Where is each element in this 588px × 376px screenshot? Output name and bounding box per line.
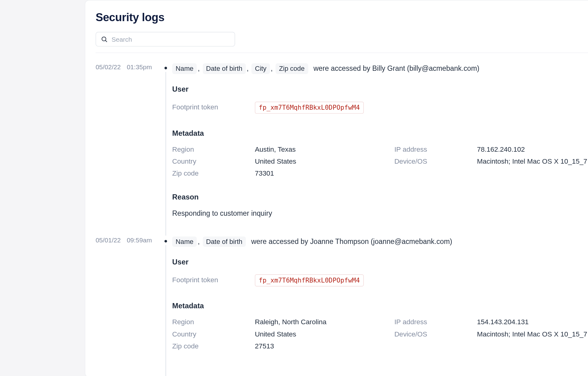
metadata-heading: Metadata xyxy=(172,129,588,138)
log-time: 01:35pm xyxy=(127,63,152,71)
field-chip: Zip code xyxy=(276,63,308,74)
chip-separator: , xyxy=(197,64,201,72)
log-headline: Name, Date of birth, City, Zip code were… xyxy=(172,63,588,74)
timeline-rail xyxy=(161,63,172,217)
field-chip: Date of birth xyxy=(202,236,246,247)
log-date: 05/01/22 xyxy=(96,236,121,244)
toolbar-divider xyxy=(96,52,588,53)
field-chip: Name xyxy=(172,236,197,247)
log-entry: 05/02/22 01:35pm Name, Date of birth, Ci… xyxy=(96,63,588,217)
footprint-token-value[interactable]: fp_xm7T6MqhfRBkxL0DPOpfwM4 xyxy=(255,101,364,113)
country-value: United States xyxy=(255,330,394,338)
chip-separator: , xyxy=(270,64,273,72)
app-frame: Security logs Filters 05/02/22 01:35pm xyxy=(85,0,588,376)
user-heading: User xyxy=(172,258,588,267)
metadata-grid: Region Austin, Texas IP address 78.162.2… xyxy=(172,146,588,177)
log-timestamp: 05/01/22 09:59am xyxy=(96,235,161,244)
footprint-token-row: Footprint token fp_xm7T6MqhfRBkxL0DPOpfw… xyxy=(172,101,588,113)
country-label: Country xyxy=(172,158,255,165)
footprint-token-label: Footprint token xyxy=(172,101,255,113)
log-headline: Name, Date of birth were accessed by Joa… xyxy=(172,235,588,247)
zip-value: 27513 xyxy=(255,343,394,350)
ip-value: 154.143.204.131 xyxy=(477,318,588,326)
device-value: Macintosh; Intel Mac OS X 10_15_7 xyxy=(477,330,588,338)
zip-label: Zip code xyxy=(172,343,255,350)
country-label: Country xyxy=(172,330,255,338)
search-field-wrap xyxy=(96,32,235,47)
device-label: Device/OS xyxy=(394,158,477,165)
reason-text: Responding to customer inquiry xyxy=(172,209,588,218)
field-chip: City xyxy=(251,63,270,74)
reason-heading: Reason xyxy=(172,193,588,201)
ip-label: IP address xyxy=(394,318,477,326)
country-value: United States xyxy=(255,158,394,165)
log-entry: 05/01/22 09:59am Name, Date of birth wer… xyxy=(96,235,588,350)
field-chip: Name xyxy=(172,63,197,74)
search-input[interactable] xyxy=(96,32,235,47)
region-label: Region xyxy=(172,146,255,153)
toolbar: Filters xyxy=(96,32,588,47)
log-headline-text: were accessed by Billy Grant (billy@acme… xyxy=(314,64,480,72)
timeline-rail xyxy=(161,235,172,350)
log-headline-text: were accessed by Joanne Thompson (joanne… xyxy=(251,237,452,245)
footprint-token-label: Footprint token xyxy=(172,275,255,287)
device-label: Device/OS xyxy=(394,330,477,338)
field-chip: Date of birth xyxy=(202,63,246,74)
log-entries: 05/02/22 01:35pm Name, Date of birth, Ci… xyxy=(96,63,588,350)
device-value: Macintosh; Intel Mac OS X 10_15_7 xyxy=(477,158,588,165)
chip-separator: , xyxy=(246,64,250,72)
zip-label: Zip code xyxy=(172,169,255,177)
region-label: Region xyxy=(172,318,255,326)
region-value: Raleigh, North Carolina xyxy=(255,318,394,326)
metadata-grid: Region Raleigh, North Carolina IP addres… xyxy=(172,318,588,350)
page-title: Security logs xyxy=(96,11,588,24)
zip-value: 73301 xyxy=(255,169,394,177)
metadata-heading: Metadata xyxy=(172,302,588,311)
log-timestamp: 05/02/22 01:35pm xyxy=(96,63,161,71)
log-content: Name, Date of birth were accessed by Joa… xyxy=(172,235,588,350)
log-time: 09:59am xyxy=(127,236,152,244)
log-date: 05/02/22 xyxy=(96,63,121,71)
chip-separator: , xyxy=(197,237,201,245)
footprint-token-value[interactable]: fp_xm7T6MqhfRBkxL0DPOpfwM4 xyxy=(255,275,364,287)
user-heading: User xyxy=(172,85,588,94)
ip-value: 78.162.240.102 xyxy=(477,146,588,153)
log-content: Name, Date of birth, City, Zip code were… xyxy=(172,63,588,217)
ip-label: IP address xyxy=(394,146,477,153)
region-value: Austin, Texas xyxy=(255,146,394,153)
footprint-token-row: Footprint token fp_xm7T6MqhfRBkxL0DPOpfw… xyxy=(172,275,588,287)
